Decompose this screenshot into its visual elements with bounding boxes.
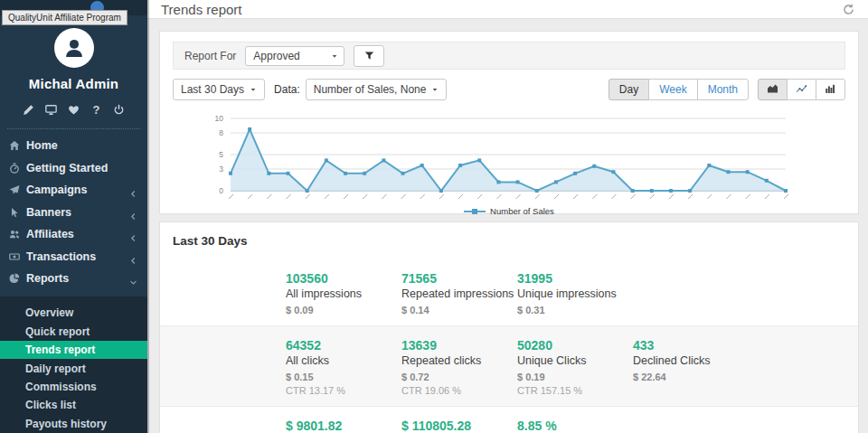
period-button-group: DayWeekMonth: [609, 79, 749, 100]
pie-chart-icon: [9, 273, 21, 285]
stat-value: $ 9801.82: [286, 419, 401, 433]
stat-value: 64352: [286, 338, 401, 353]
chart-type-button-line-chart[interactable]: [787, 79, 816, 100]
stat-avg-commission: 8.85 %Avg Commission: [517, 419, 633, 433]
chevron-left-icon: [129, 230, 138, 239]
reports-submenu: OverviewQuick reportTrends reportDaily r…: [0, 297, 147, 433]
line-chart-icon: [796, 83, 807, 97]
stat-all-clicks: 64352All clicks$ 0.15CTR 13.17 %: [286, 338, 401, 396]
date-range-select[interactable]: Last 30 Days: [173, 79, 265, 100]
stat-money: $ 22.64: [633, 372, 749, 382]
stat-money: $ 0.14: [401, 305, 517, 315]
stat-money: $ 0.31: [517, 305, 633, 315]
topbar: Trends report: [147, 0, 868, 19]
report-for-select[interactable]: Approved: [245, 46, 344, 66]
user-name: Michal Admin: [0, 76, 147, 91]
data-label: Data:: [274, 83, 300, 96]
period-button-month[interactable]: Month: [697, 79, 749, 100]
money-icon: [9, 250, 21, 262]
chart-card: Report For Approved Last 30 Days Data:: [159, 31, 859, 214]
stats-card: Last 30 Days 103560All impressions$ 0.09…: [159, 221, 859, 433]
stopwatch-icon: [9, 162, 21, 174]
help-icon[interactable]: ?: [90, 104, 103, 117]
legend-label: Number of Sales: [490, 206, 554, 216]
pencil-icon[interactable]: [22, 104, 35, 117]
power-icon[interactable]: [112, 104, 126, 117]
svg-text:8: 8: [219, 128, 223, 137]
sidebar-item-label: Transactions: [26, 250, 129, 263]
stats-row-2: 64352All clicks$ 0.15CTR 13.17 %13639Rep…: [160, 325, 858, 407]
sidebar-item-home[interactable]: Home: [0, 135, 147, 157]
stat-money: $ 0.15: [286, 372, 401, 382]
stat-value: 433: [633, 338, 749, 353]
stat-label: Repeated impressions: [401, 287, 517, 300]
trend-chart: 035810 Number of Sales: [173, 113, 845, 216]
stat-label: All impressions: [286, 287, 401, 300]
submenu-item-clicks-list[interactable]: Clicks list: [0, 396, 147, 414]
app: QualityUnit Affiliate Program Michal Adm…: [0, 0, 868, 433]
stats-row-3: $ 9801.82Commissions$ 110805.28Revenue8.…: [160, 407, 858, 433]
submenu-item-trends-report[interactable]: Trends report: [0, 341, 147, 359]
sidebar-item-affiliates[interactable]: Affiliates: [0, 223, 147, 246]
sidebar-item-reports[interactable]: Reports: [0, 268, 147, 290]
stat-value: $ 110805.28: [401, 419, 517, 433]
heart-icon[interactable]: [67, 104, 80, 117]
stat-commissions: $ 9801.82Commissions: [286, 419, 401, 433]
stat-ctr: CTR 19.06 %: [401, 385, 517, 396]
chevron-left-icon: [129, 208, 138, 217]
sidebar-item-label: Home: [26, 139, 138, 152]
sidebar-nav: HomeGetting StartedCampaignsBannersAffil…: [0, 129, 147, 290]
stat-money: $ 0.09: [286, 305, 401, 315]
stat-all-impressions: 103560All impressions$ 0.09: [286, 271, 401, 315]
stat-label: Repeated clicks: [401, 354, 517, 367]
area-chart-icon: [767, 83, 778, 97]
main: Trends report Report For Approved: [147, 0, 868, 433]
chart-type-button-bar-chart[interactable]: [816, 79, 845, 100]
submenu-item-daily-report[interactable]: Daily report: [0, 359, 147, 377]
sidebar-item-label: Campaigns: [26, 184, 129, 196]
period-button-day[interactable]: Day: [609, 79, 649, 100]
stat-repeated-clicks: 13639Repeated clicks$ 0.72CTR 19.06 %: [401, 338, 517, 396]
stat-repeated-impressions: 71565Repeated impressions$ 0.14: [401, 271, 517, 315]
sidebar-item-getting-started[interactable]: Getting Started: [0, 156, 147, 179]
chevron-down-icon: [129, 274, 138, 283]
stat-label: All clicks: [286, 354, 401, 367]
stat-ctr: CTR 13.17 %: [286, 385, 401, 396]
submenu-item-quick-report[interactable]: Quick report: [0, 323, 147, 341]
avatar[interactable]: [54, 28, 94, 68]
data-select[interactable]: Number of Sales, None: [306, 79, 448, 100]
stat-value: 13639: [401, 338, 517, 353]
program-tooltip: QualityUnit Affiliate Program: [2, 10, 127, 25]
submenu-item-overview[interactable]: Overview: [0, 304, 147, 322]
period-button-week[interactable]: Week: [648, 79, 697, 100]
sidebar-item-label: Getting Started: [26, 162, 138, 174]
stat-label: Unique Clicks: [517, 354, 633, 367]
sidebar-item-label: Reports: [26, 272, 129, 285]
date-range-value: Last 30 Days: [181, 83, 244, 96]
chart-type-button-area-chart[interactable]: [758, 79, 788, 100]
refresh-icon[interactable]: [839, 0, 857, 18]
sidebar-item-label: Affiliates: [26, 228, 129, 240]
data-select-value: Number of Sales, None: [314, 83, 427, 96]
stat-value: 31995: [517, 271, 633, 286]
stat-value: 50280: [517, 338, 633, 353]
stat-value: 103560: [286, 271, 401, 286]
filter-button[interactable]: [354, 45, 384, 67]
report-for-value: Approved: [253, 50, 331, 62]
chevron-left-icon: [129, 252, 138, 261]
sidebar-item-banners[interactable]: Banners: [0, 201, 147, 223]
svg-text:0: 0: [219, 186, 223, 195]
sidebar-item-transactions[interactable]: Transactions: [0, 245, 147, 268]
submenu-item-payouts-history[interactable]: Payouts history: [0, 415, 147, 433]
caret-down-icon: [431, 86, 439, 93]
stat-unique-clicks: 50280Unique Clicks$ 0.19CTR 157.15 %: [517, 338, 633, 396]
sidebar-item-campaigns[interactable]: Campaigns: [0, 179, 147, 202]
stat-declined-clicks: 433Declined Clicks$ 22.64: [633, 338, 749, 396]
area-chart[interactable]: 035810: [173, 113, 806, 205]
monitor-icon[interactable]: [44, 104, 58, 117]
bar-chart-icon: [825, 83, 836, 97]
submenu-item-commissions[interactable]: Commissions: [0, 378, 147, 396]
hand-pointer-icon: [9, 206, 21, 218]
stat-revenue: $ 110805.28Revenue: [401, 419, 517, 433]
stat-label: Declined Clicks: [633, 354, 749, 367]
